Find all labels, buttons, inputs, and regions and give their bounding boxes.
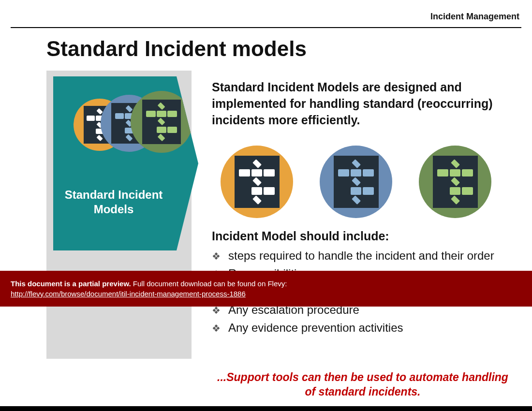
flowchart-document-icon xyxy=(419,146,491,218)
list-item: steps required to handle the incident an… xyxy=(212,247,521,264)
intro-paragraph: Standard Incident Models are designed an… xyxy=(212,79,512,128)
banner-link[interactable]: http://flevy.com/browse/document/itil-in… xyxy=(11,290,246,298)
icon-row xyxy=(221,143,491,220)
support-note: ...Support tools can then be used to aut… xyxy=(213,370,513,399)
banner-text: Full document download can be found on F… xyxy=(133,279,287,288)
preview-banner: This document is a partial preview. Full… xyxy=(0,271,532,307)
slide: Incident Management Standard Incident mo… xyxy=(0,0,532,411)
flowchart-document-icon xyxy=(221,146,293,218)
section-label: Incident Management xyxy=(430,12,519,22)
slide-title: Standard Incident models xyxy=(46,37,307,61)
stacked-icons xyxy=(74,89,172,157)
list-item: Any evidence prevention activities xyxy=(212,319,521,337)
bottom-bar xyxy=(0,406,532,411)
flowchart-document-icon xyxy=(320,146,392,218)
teal-caption: Standard Incident Models xyxy=(53,188,174,217)
teal-arrow-block: Standard Incident Models xyxy=(53,76,198,250)
divider xyxy=(11,27,521,28)
banner-strong: This document is a partial preview. xyxy=(11,279,131,288)
sub-heading: Incident Model should include: xyxy=(212,229,389,243)
